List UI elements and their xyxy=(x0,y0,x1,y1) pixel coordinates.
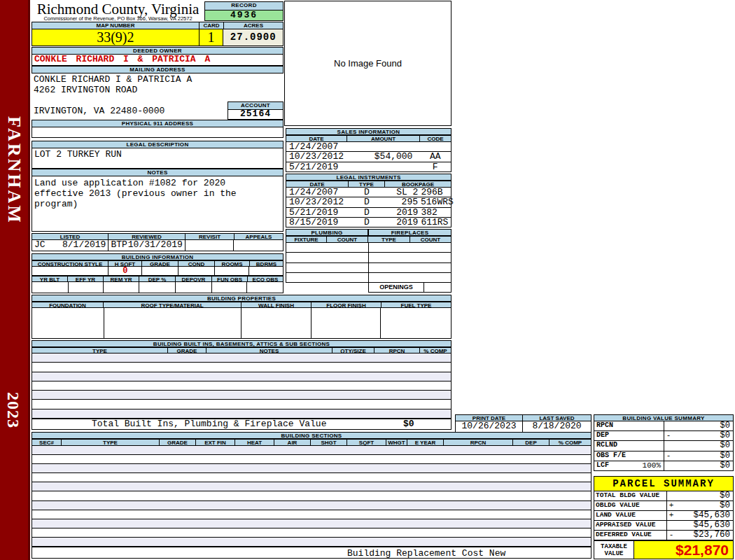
building-info-header: BUILDING INFORMATION xyxy=(31,253,284,260)
bvs-row: DEP -$0 xyxy=(594,431,733,441)
bs-grade-header: GRADE xyxy=(160,439,196,446)
empty-row xyxy=(32,363,451,372)
empty-row xyxy=(32,455,591,464)
bvs-row: LCF100% $0 xyxy=(594,461,733,470)
parcel-row-value: $45,630 xyxy=(676,511,733,520)
floor-finish-header: FLOOR FINISH xyxy=(312,302,382,308)
instr-date: 5/21/2019 xyxy=(286,208,349,217)
dep-pct-value xyxy=(139,282,176,293)
empty-row xyxy=(32,382,451,391)
plumbing-header: PLUMBING xyxy=(286,229,368,236)
plumbing-count-header: COUNT xyxy=(327,236,368,243)
instr-date: 8/15/2019 xyxy=(286,218,349,227)
empty-row xyxy=(32,519,591,528)
sale-date: 10/23/2012 xyxy=(286,152,347,161)
instr-type: D xyxy=(349,197,384,206)
parcel-row-value: $23,760 xyxy=(676,531,733,540)
bvs-row-value: $0 xyxy=(673,431,733,440)
bvs-row-label: LCF xyxy=(596,461,609,470)
mailing-address-line3: IRVINGTON, VA 22480-0000 xyxy=(34,106,223,115)
depovr-value xyxy=(176,282,212,293)
print-date-header: PRINT DATE xyxy=(455,414,523,421)
instr-type: D xyxy=(349,188,385,197)
openings-label: OPENINGS xyxy=(368,283,424,293)
appeals-cell xyxy=(234,240,283,251)
dep-pct-header: DEP % xyxy=(139,276,176,282)
bvs-lcf-pct: 100% xyxy=(643,461,661,470)
built-ins-rpcn-header: RPCN xyxy=(374,347,420,354)
effyr-header: EFF YR xyxy=(68,276,104,282)
bs-shgt-header: SHGT xyxy=(311,439,347,446)
cond-value xyxy=(178,267,215,275)
acres-header: ACRES xyxy=(224,22,284,29)
tax-year-label: 2023 xyxy=(4,392,22,428)
depovr-header: DEPOVR xyxy=(176,276,212,282)
bvs-row-op: - xyxy=(664,451,673,461)
fireplace-count-header: COUNT xyxy=(410,236,451,243)
construction-style-value xyxy=(32,267,108,275)
deeded-owner-name: CONKLE RICHARD I & PATRICIA A xyxy=(31,55,284,66)
empty-row xyxy=(32,491,591,500)
parcel-summary-row: LAND VALUE +$45,630 xyxy=(594,511,733,521)
bs-comp-header: % COMP xyxy=(550,439,592,446)
mailing-address-line1: CONKLE RICHARD I & PATRICIA A xyxy=(34,74,230,84)
listed-date: 8/1/2019 xyxy=(62,240,106,251)
revisit-cell xyxy=(186,240,234,251)
sales-row: 10/23/2012 $54,000 AA xyxy=(286,152,451,162)
rooms-header: ROOMS xyxy=(215,260,250,267)
cond-header: COND xyxy=(178,260,215,267)
yrblt-value xyxy=(32,282,69,293)
building-sections-header: BUILDING SECTIONS xyxy=(31,432,592,439)
bvs-row-label: RPCN xyxy=(594,421,664,430)
county-subtitle: Commissioner of the Revenue, PO Box 366,… xyxy=(31,15,204,22)
instr-date: 10/23/2012 xyxy=(286,197,349,206)
parcel-row-op xyxy=(667,491,676,500)
empty-row xyxy=(32,510,591,519)
sale-amount xyxy=(347,142,419,151)
card-header: CARD xyxy=(200,22,224,29)
grade-header: GRADE xyxy=(142,260,178,267)
built-ins-notes-header: NOTES xyxy=(206,347,332,354)
sale-amount xyxy=(347,162,419,172)
parcel-row-op: + xyxy=(667,511,676,520)
ecoobs-value xyxy=(247,282,283,293)
parcel-row-value: $0 xyxy=(676,491,733,500)
empty-row xyxy=(32,400,451,409)
notes-line3: program) xyxy=(34,199,283,209)
mailing-address-line2: 4262 IRVINGTON ROAD xyxy=(34,85,230,94)
bvs-row: RCLND $0 xyxy=(594,441,733,451)
legal-description-header: LEGAL DESCRIPTION xyxy=(31,141,284,148)
instr-book: 2019 xyxy=(385,218,419,227)
plumbing-fireplace-row xyxy=(286,243,451,253)
built-ins-header: BUILDING BUILT INS, BASEMENTS, ATTICS & … xyxy=(31,340,451,347)
reviewed-header: REVIEWED xyxy=(108,233,186,240)
no-image-text: No Image Found xyxy=(334,58,402,69)
empty-row xyxy=(32,354,451,363)
reviewed-by: BTP xyxy=(111,240,127,251)
record-value: 4936 xyxy=(204,10,284,21)
reviewed-cell: BTP 10/31/2019 xyxy=(108,240,185,251)
district-label: FARNHAM xyxy=(4,116,24,225)
bvs-row-label: RCLND xyxy=(594,441,664,450)
listed-by: JC xyxy=(34,240,46,251)
instr-book: SL 2 xyxy=(385,188,419,197)
sales-row: 5/21/2019 F xyxy=(286,162,451,172)
taxable-value-row: TAXABLE VALUE $21,870 xyxy=(594,540,734,559)
ecoobs-header: ECO OBS xyxy=(248,276,284,282)
empty-row xyxy=(32,538,591,546)
building-properties-header: BUILDING PROPERTIES xyxy=(31,295,451,302)
funobs-value xyxy=(212,282,248,293)
empty-row xyxy=(32,391,451,400)
listed-cell: JC 8/1/2019 xyxy=(32,240,108,251)
floor-finish-value xyxy=(312,308,382,338)
fireplace-type-header: TYPE xyxy=(368,236,410,243)
instrument-row: 1/24/2007 D SL 2 296B xyxy=(286,188,451,197)
notes-line2: effective 2013 (previous owner in the xyxy=(34,188,283,199)
reviewed-date: 10/31/2019 xyxy=(128,240,183,251)
funobs-header: FUN OBS xyxy=(212,276,248,282)
property-photo-placeholder: No Image Found xyxy=(284,1,451,126)
bvs-row-op xyxy=(664,441,673,450)
bvs-row: OBS F/E -$0 xyxy=(594,451,733,461)
bvs-row-value: $0 xyxy=(673,461,733,470)
sale-code xyxy=(419,142,451,151)
